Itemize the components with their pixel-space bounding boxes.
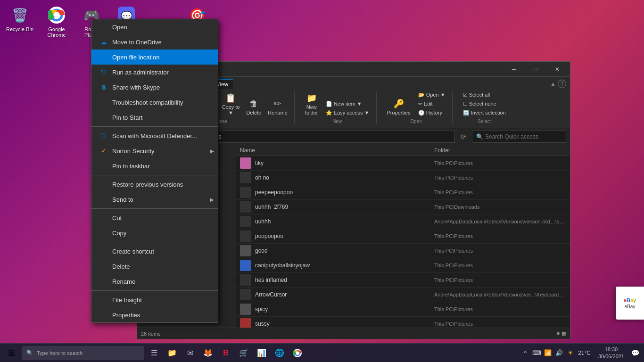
- ctx-pin-taskbar[interactable]: Pin to taskbar: [91, 158, 218, 173]
- ctx-restore-prev[interactable]: Restore previous versions: [91, 177, 218, 192]
- properties-btn[interactable]: 🔑 Properties: [384, 97, 413, 117]
- ctx-delete[interactable]: Delete: [91, 259, 218, 274]
- table-row[interactable]: ArrowCursor Andre\AppData\Local\Roblox\V…: [236, 288, 570, 302]
- tray-volume[interactable]: 🔊: [554, 348, 564, 358]
- taskbar-store[interactable]: 🛒: [235, 344, 253, 362]
- taskbar-edge[interactable]: 🌐: [271, 344, 289, 362]
- file-thumb: [240, 245, 251, 256]
- file-list: NameFolder tiky This PC\Pictures oh no T…: [236, 145, 570, 328]
- table-row[interactable]: hes inflamed This PC\Pictures: [236, 273, 570, 288]
- tray-expand[interactable]: ^: [520, 348, 530, 358]
- easy-access-btn[interactable]: ⭐ Easy access ▼: [323, 109, 372, 117]
- ctx-shortcut-icon: [99, 247, 108, 256]
- table-row[interactable]: tiky This PC\Pictures: [236, 156, 570, 171]
- ctx-defender-icon: 🛡: [99, 131, 108, 140]
- ctx-open-location[interactable]: Open file location: [91, 49, 218, 65]
- table-row[interactable]: good This PC\Pictures: [236, 244, 570, 258]
- ctx-copy-icon: [99, 228, 108, 238]
- ctx-send-icon: [99, 195, 108, 204]
- notification-btn[interactable]: 💬: [628, 344, 642, 362]
- file-location: This PC\Pictures: [434, 306, 566, 312]
- desktop-icon-chrome[interactable]: Google Chrome: [39, 4, 74, 40]
- grid-view-btn[interactable]: ▦: [561, 330, 566, 337]
- list-view-btn[interactable]: ≡: [557, 330, 560, 337]
- file-name: tiky: [255, 160, 434, 166]
- ctx-rename[interactable]: Rename: [91, 274, 218, 289]
- table-row[interactable]: poopoopoo This PC\Pictures: [236, 229, 570, 244]
- taskbar-file-explorer[interactable]: 📁: [163, 344, 181, 362]
- tray-weather[interactable]: ☀: [566, 348, 575, 358]
- weather-temp: 21°C: [578, 350, 591, 356]
- table-row[interactable]: sussy This PC\Pictures: [236, 317, 570, 328]
- taskbar: ⊞ 🔍 Type here to search ☰ 📁 ✉ 🦊 B 🛒 📊 🌐 …: [0, 343, 644, 362]
- table-row[interactable]: uuhhh_2f769 This PC\Downloads: [236, 200, 570, 214]
- taskbar-b-app[interactable]: B: [217, 344, 235, 362]
- ctx-skype[interactable]: S Share with Skype: [91, 80, 218, 95]
- ribbon-collapse-btn[interactable]: ▲: [550, 81, 556, 87]
- rename-btn[interactable]: ✏ Rename: [265, 97, 290, 117]
- table-row[interactable]: uuhhh Andre\AppData\Local\Roblox\Version…: [236, 214, 570, 229]
- help-btn[interactable]: ?: [558, 80, 566, 88]
- status-bar: 28 items ≡ ▦: [137, 328, 570, 339]
- file-name: ArrowCursor: [255, 291, 434, 298]
- taskbar-search-label: Type here to search: [37, 350, 83, 356]
- search-input[interactable]: [485, 133, 562, 140]
- ctx-cut[interactable]: Cut: [91, 210, 218, 225]
- ctx-pin-start[interactable]: Pin to Start: [91, 110, 218, 125]
- tray-time[interactable]: 18:30 30/06/2021: [594, 346, 628, 360]
- ctx-troubleshoot[interactable]: Troubleshoot compatibility: [91, 95, 218, 110]
- table-row[interactable]: spicy This PC\Pictures: [236, 302, 570, 317]
- desktop-icon-recycle-bin[interactable]: 🗑️ Recycle Bin: [2, 4, 38, 34]
- ctx-norton[interactable]: ✓ Norton Security ▶: [91, 143, 218, 158]
- maximize-button[interactable]: □: [525, 62, 546, 77]
- ctx-open[interactable]: Open: [91, 19, 218, 34]
- new-item-btn[interactable]: 📄 New item ▼: [323, 100, 372, 108]
- file-location: Andre\AppData\Local\Roblox\Versions\vers…: [434, 219, 566, 224]
- search-box[interactable]: 🔍: [472, 131, 566, 143]
- ctx-send-to[interactable]: Send to ▶: [91, 192, 218, 207]
- table-row[interactable]: caniputyoballsinyojaw This PC\Pictures: [236, 258, 570, 273]
- ctx-properties[interactable]: Properties: [91, 307, 218, 322]
- close-button[interactable]: ✕: [546, 62, 568, 77]
- edit-btn[interactable]: ✏ Edit: [415, 100, 448, 108]
- ctx-file-insight[interactable]: File Insight: [91, 292, 218, 307]
- minimize-button[interactable]: ─: [503, 62, 525, 77]
- invert-selection-btn[interactable]: 🔄 Invert selection: [460, 109, 509, 117]
- tray-network[interactable]: 📶: [543, 348, 553, 358]
- ctx-restore-icon: [99, 180, 108, 189]
- taskbar-firefox[interactable]: 🦊: [199, 344, 217, 362]
- open-btn[interactable]: 📂 Open ▼: [415, 91, 448, 99]
- new-folder-btn[interactable]: 📁 Newfolder: [302, 91, 321, 117]
- ctx-pin-start-icon: [99, 113, 108, 122]
- table-row[interactable]: oh no This PC\Pictures: [236, 171, 570, 185]
- ctx-run-admin[interactable]: 🛡 Run as administrator: [91, 65, 218, 80]
- taskbar-mail[interactable]: ✉: [181, 344, 199, 362]
- search-icon: 🔍: [476, 133, 483, 140]
- refresh-btn[interactable]: ⟳: [458, 131, 469, 142]
- file-thumb: [240, 304, 251, 315]
- table-row[interactable]: peepeepoopoo This PC\Pictures: [236, 185, 570, 200]
- ctx-properties-icon: [99, 310, 108, 320]
- taskbar-chrome-tray[interactable]: [289, 344, 306, 362]
- delete-btn[interactable]: 🗑 Delete: [243, 98, 264, 117]
- taskbar-search[interactable]: 🔍 Type here to search: [22, 346, 144, 360]
- history-btn[interactable]: 🕐 History: [415, 109, 448, 117]
- ctx-open-icon: [99, 22, 108, 32]
- ctx-send-arrow: ▶: [210, 197, 214, 202]
- copy-to-btn[interactable]: 📋 Copy to▼: [219, 91, 242, 117]
- ctx-create-shortcut[interactable]: Create shortcut: [91, 244, 218, 259]
- file-location: This PC\Pictures: [434, 189, 566, 195]
- tray-keyboard[interactable]: ⌨: [532, 348, 541, 358]
- ctx-copy[interactable]: Copy: [91, 225, 218, 240]
- ctx-defender[interactable]: 🛡 Scan with Microsoft Defender...: [91, 128, 218, 143]
- file-location: This PC\Pictures: [434, 248, 566, 254]
- open-items: 🔑 Properties 📂 Open ▼ ✏ Edit 🕐 History: [384, 91, 448, 117]
- select-none-btn[interactable]: ☐ Select none: [460, 100, 509, 108]
- address-path[interactable]: Quick access: [183, 131, 455, 143]
- taskbar-chart-app[interactable]: 📊: [253, 344, 271, 362]
- select-all-btn[interactable]: ☑ Select all: [460, 91, 509, 99]
- ebay-widget[interactable]: eBay eBay: [616, 287, 644, 320]
- taskbar-task-view[interactable]: ☰: [145, 344, 163, 362]
- start-button[interactable]: ⊞: [2, 344, 21, 362]
- ctx-onedrive[interactable]: ☁ Move to OneDrive: [91, 34, 218, 49]
